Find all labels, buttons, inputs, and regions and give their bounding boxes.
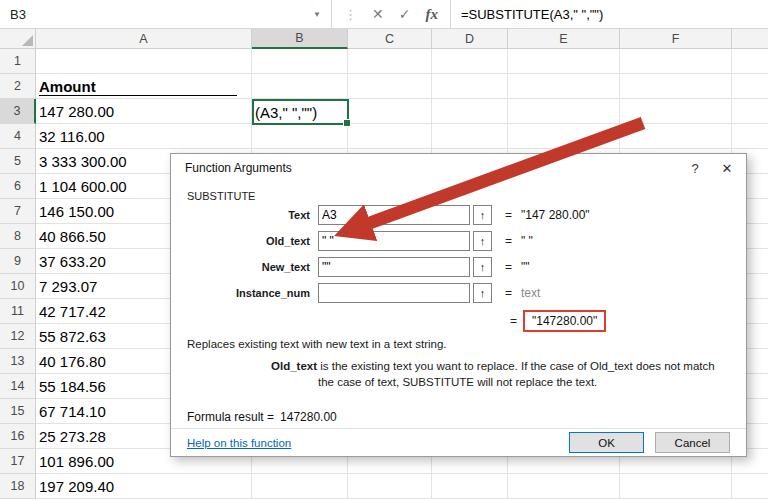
cell-D3[interactable] bbox=[432, 99, 508, 124]
dialog-footer: Help on this function OK Cancel bbox=[171, 428, 746, 456]
cell-F4[interactable] bbox=[620, 124, 732, 149]
argument-input-old_text[interactable] bbox=[318, 231, 470, 251]
active-cell-b3[interactable]: (A3," ","") bbox=[252, 99, 349, 125]
dialog-close-icon[interactable]: ✕ bbox=[712, 161, 742, 176]
ok-button[interactable]: OK bbox=[569, 432, 644, 453]
formula-result: Formula result =147280.00 bbox=[187, 410, 730, 424]
argument-help-term: Old_text bbox=[271, 360, 317, 372]
cell-C2[interactable] bbox=[348, 74, 432, 99]
cell-D1[interactable] bbox=[432, 49, 508, 74]
row-header-17[interactable]: 17 bbox=[0, 449, 36, 474]
formula-input[interactable]: =SUBSTITUTE(A3," ","") bbox=[451, 0, 768, 28]
cancel-button[interactable]: Cancel bbox=[655, 432, 730, 453]
dialog-body: SUBSTITUTE Text↑="147 280.00"Old_text↑="… bbox=[171, 190, 746, 424]
row-fill bbox=[732, 49, 768, 74]
row-header-3[interactable]: 3 bbox=[0, 99, 36, 124]
sheet-row-3: 3147 280.00 bbox=[0, 99, 768, 124]
cell-F2[interactable] bbox=[620, 74, 732, 99]
column-header-E[interactable]: E bbox=[508, 29, 620, 49]
row-header-5[interactable]: 5 bbox=[0, 149, 36, 174]
column-header-D[interactable]: D bbox=[432, 29, 508, 49]
row-fill bbox=[732, 99, 768, 124]
cell-E4[interactable] bbox=[508, 124, 620, 149]
argument-label-old_text: Old_text bbox=[187, 235, 318, 247]
column-header-C[interactable]: C bbox=[348, 29, 432, 49]
collapse-dialog-icon-old_text[interactable]: ↑ bbox=[473, 231, 492, 251]
equals-sign: = bbox=[505, 208, 512, 222]
equals-sign: = bbox=[505, 286, 512, 300]
cell-D18[interactable] bbox=[432, 474, 508, 499]
dialog-help-icon[interactable]: ? bbox=[678, 161, 712, 176]
cell-F3[interactable] bbox=[620, 99, 732, 124]
cell-F1[interactable] bbox=[620, 49, 732, 74]
row-header-1[interactable]: 1 bbox=[0, 49, 36, 74]
column-header-B[interactable]: B bbox=[252, 29, 348, 49]
name-box-dropdown-icon[interactable]: ▼ bbox=[313, 10, 321, 19]
cell-C18[interactable] bbox=[348, 474, 432, 499]
cell-A18[interactable]: 197 209.40 bbox=[36, 474, 252, 499]
row-header-16[interactable]: 16 bbox=[0, 424, 36, 449]
dialog-titlebar[interactable]: Function Arguments ? ✕ bbox=[171, 154, 746, 182]
enter-entry-icon[interactable]: ✓ bbox=[399, 7, 411, 21]
argument-label-instance_num: Instance_num bbox=[187, 287, 318, 299]
argument-input-instance_num[interactable] bbox=[318, 283, 470, 303]
argument-help: Old_text is the existing text you want t… bbox=[187, 358, 730, 390]
cell-A2[interactable]: Amount bbox=[36, 74, 252, 99]
cell-B18[interactable] bbox=[252, 474, 348, 499]
dialog-title: Function Arguments bbox=[185, 161, 292, 175]
argument-label-text: Text bbox=[187, 209, 318, 221]
cell-E1[interactable] bbox=[508, 49, 620, 74]
argument-input-text[interactable] bbox=[318, 205, 470, 225]
cancel-entry-icon[interactable]: ✕ bbox=[372, 7, 384, 21]
name-box[interactable]: B3 ▼ bbox=[0, 0, 332, 28]
formula-bar: B3 ▼ ⋮ ✕ ✓ fx =SUBSTITUTE(A3," ","") bbox=[0, 0, 768, 29]
row-header-13[interactable]: 13 bbox=[0, 349, 36, 374]
row-header-9[interactable]: 9 bbox=[0, 249, 36, 274]
row-header-7[interactable]: 7 bbox=[0, 199, 36, 224]
row-header-12[interactable]: 12 bbox=[0, 324, 36, 349]
fill-handle[interactable] bbox=[343, 119, 351, 127]
argument-row-old_text: Old_text↑=" " bbox=[187, 228, 730, 254]
cell-C1[interactable] bbox=[348, 49, 432, 74]
cell-D2[interactable] bbox=[432, 74, 508, 99]
cell-B2[interactable] bbox=[252, 74, 348, 99]
cell-B1[interactable] bbox=[252, 49, 348, 74]
argument-input-new_text[interactable] bbox=[318, 257, 470, 277]
argument-result-instance_num: text bbox=[521, 286, 540, 300]
equals-sign: = bbox=[510, 314, 517, 328]
cell-E3[interactable] bbox=[508, 99, 620, 124]
column-header-F[interactable]: F bbox=[620, 29, 732, 49]
row-header-15[interactable]: 15 bbox=[0, 399, 36, 424]
row-header-10[interactable]: 10 bbox=[0, 274, 36, 299]
row-header-4[interactable]: 4 bbox=[0, 124, 36, 149]
select-all-corner[interactable] bbox=[0, 29, 36, 49]
sheet-row-2: 2Amount bbox=[0, 74, 768, 99]
name-box-value: B3 bbox=[10, 7, 26, 22]
row-header-18[interactable]: 18 bbox=[0, 474, 36, 499]
argument-row-new_text: New_text↑="" bbox=[187, 254, 730, 280]
help-on-function-link[interactable]: Help on this function bbox=[187, 437, 291, 449]
row-header-8[interactable]: 8 bbox=[0, 224, 36, 249]
formula-result-label: Formula result = bbox=[187, 410, 274, 424]
column-header-A[interactable]: A bbox=[36, 29, 252, 49]
collapse-dialog-icon-new_text[interactable]: ↑ bbox=[473, 257, 492, 277]
cell-E2[interactable] bbox=[508, 74, 620, 99]
cell-A1[interactable] bbox=[36, 49, 252, 74]
insert-function-icon[interactable]: fx bbox=[425, 7, 438, 22]
cell-F18[interactable] bbox=[620, 474, 732, 499]
collapse-dialog-icon-instance_num[interactable]: ↑ bbox=[473, 283, 492, 303]
cell-B4[interactable] bbox=[252, 124, 348, 149]
cell-A3[interactable]: 147 280.00 bbox=[36, 99, 252, 124]
row-header-2[interactable]: 2 bbox=[0, 74, 36, 99]
cell-C3[interactable] bbox=[348, 99, 432, 124]
column-header-fill bbox=[732, 29, 768, 49]
result-row: = "147280.00" bbox=[187, 308, 730, 334]
row-header-11[interactable]: 11 bbox=[0, 299, 36, 324]
row-header-6[interactable]: 6 bbox=[0, 174, 36, 199]
row-header-14[interactable]: 14 bbox=[0, 374, 36, 399]
cell-C4[interactable] bbox=[348, 124, 432, 149]
collapse-dialog-icon-text[interactable]: ↑ bbox=[473, 205, 492, 225]
cell-A4[interactable]: 32 116.00 bbox=[36, 124, 252, 149]
cell-E18[interactable] bbox=[508, 474, 620, 499]
cell-D4[interactable] bbox=[432, 124, 508, 149]
